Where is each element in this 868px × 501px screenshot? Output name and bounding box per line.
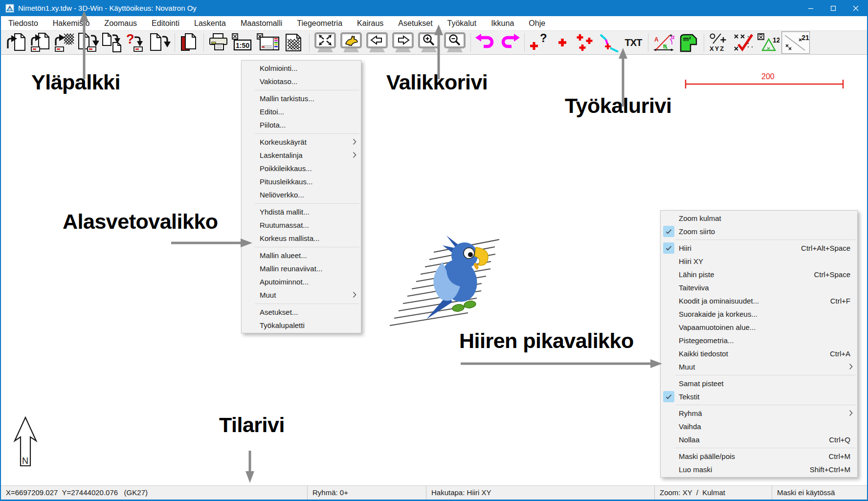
save-file-format-button[interactable] [77,31,99,54]
svg-text:1:50: 1:50 [236,42,249,49]
menu-item-editointi[interactable]: Editointi [144,16,187,30]
context-item-hiiri[interactable]: HiiriCtrl+Alt+Space [661,241,857,255]
status-zoom-mode: Zoom: XY / Kulmat [655,486,772,500]
zoom-in-button[interactable] [417,31,441,54]
menu-item-kairaus[interactable]: Kairaus [350,16,391,30]
svg-text:200: 200 [761,72,775,81]
add-point-button[interactable] [552,31,573,54]
context-item-vapaamuotoinen[interactable]: Vapaamuotoinen alue... [661,321,857,334]
context-item-samat-pisteet[interactable]: Samat pisteet [661,377,857,390]
dropdown-item-tyokalupaletti[interactable]: Työkalupaletti [242,319,361,332]
approve-points-button[interactable] [732,31,755,54]
dropdown-item-muut[interactable]: Muut [242,288,361,302]
dropdown-item-editoi[interactable]: Editoi... [242,105,361,118]
zoom-next-icon [391,32,415,53]
context-item-zoom-siirto[interactable]: Zoom siirto [661,225,857,238]
context-item-muut[interactable]: Muut [661,360,857,373]
svg-text:m²: m² [683,35,691,43]
context-item-koodit[interactable]: Koodit ja ominaisuudet...Ctrl+F [661,294,857,307]
menu-item-tyokalut[interactable]: Työkalut [440,16,484,30]
context-item-suorakaide[interactable]: Suorakaide ja korkeus... [661,307,857,321]
add-points-button[interactable] [574,31,597,54]
save-file-button[interactable] [149,31,171,54]
print-button[interactable] [207,31,229,54]
context-item-nollaa[interactable]: NollaaCtrl+Q [661,433,857,446]
context-item-luo-maski[interactable]: Luo maskiShift+Ctrl+M [661,463,857,476]
save-file-query-button[interactable]: ? [125,31,147,54]
menu-item-laskenta[interactable]: Laskenta [187,16,233,30]
triangle-count-button[interactable]: 12 [757,31,780,54]
context-item-zoom-kulmat[interactable]: Zoom kulmat [661,212,857,225]
open-file-format-button[interactable] [29,31,51,54]
svg-text:TXT: TXT [625,37,643,48]
minimize-button[interactable] [800,0,822,16]
dropdown-item-asetukset[interactable]: Asetukset... [242,305,361,319]
menu-item-hakemisto[interactable]: Hakemisto [45,16,97,30]
dropdown-item-nelioverkko[interactable]: Neliöverkko... [242,188,361,201]
shortcut-label: Ctrl+Q [829,433,850,446]
dropdown-item-pituusleikkaus[interactable]: Pituusleikkaus... [242,175,361,188]
zoom-out-button[interactable] [443,31,467,54]
dropdown-item-piilota[interactable]: Piilota... [242,118,361,131]
save-file-as-button[interactable] [101,31,123,54]
maximize-button[interactable] [822,0,845,16]
menu-item-zoomaus[interactable]: Zoomaus [97,16,144,30]
zoom-extents-button[interactable] [313,31,337,54]
copy-pages-button[interactable] [178,31,200,54]
menu-item-tiedosto[interactable]: Tiedosto [1,16,45,30]
save-file-format-icon [77,33,99,52]
menu-item-asetukset[interactable]: Asetukset [391,16,440,30]
check-icon [663,242,674,254]
measure-ang le-button[interactable]: ABα [652,31,675,54]
menu-bar: Tiedosto Hakemisto Zoomaus Editointi Las… [1,16,867,30]
menu-item-maastomalli[interactable]: Maastomalli [233,16,289,30]
menu-item-tiegeometria[interactable]: Tiegeometria [289,16,350,30]
context-item-tekstit[interactable]: Tekstit [661,390,857,403]
zoom-bird-button[interactable] [339,31,363,54]
context-item-hiiri-xy[interactable]: Hiiri XY [661,255,857,268]
context-item-vaihda[interactable]: Vaihda [661,420,857,433]
hatch-page-button[interactable] [282,31,306,54]
dropdown-item-vakiotaso[interactable]: Vakiotaso... [242,75,361,88]
draw-line-button[interactable] [598,31,621,54]
zoom-out-icon [443,32,467,53]
dropdown-item-korkeus-mallista[interactable]: Korkeus mallista... [242,232,361,245]
zoom-next-button[interactable] [391,31,415,54]
undo-button[interactable] [474,31,497,54]
dropdown-item-kolmiointi[interactable]: Kolmiointi... [242,62,361,75]
context-item-ryhma[interactable]: Ryhmä [661,407,857,420]
coordinate-calc-button[interactable]: XYZ [708,31,730,54]
window-settings-button[interactable] [255,31,281,54]
context-item-taiteviiva[interactable]: Taiteviiva [661,281,857,294]
dropdown-item-yhdista-mallit[interactable]: Yhdistä mallit... [242,205,361,218]
dropdown-item-ruutumassat[interactable]: Ruutumassat... [242,218,361,232]
dropdown-item-mallin-alueet[interactable]: Mallin alueet... [242,249,361,262]
measure-area-button[interactable]: m² [677,31,700,54]
status-coordinates: X=6697209.027 Y=27444020.076 (GK27) [1,486,308,500]
submenu-arrow-icon [353,138,356,145]
point-search-button[interactable]: ? [528,31,551,54]
dropdown-item-mallin-tarkistus[interactable]: Mallin tarkistus... [242,92,361,105]
open-file-button[interactable] [5,31,27,54]
dropdown-item-laskentalinja[interactable]: Laskentalinja [242,149,361,162]
context-item-maski-paalle-pois[interactable]: Maski päälle/poisCtrl+M [661,450,857,463]
zoom-previous-button[interactable] [365,31,389,54]
plot-scale-button[interactable]: 1:50 [230,31,254,54]
point-numbering-button[interactable]: 21 [781,31,810,54]
point-search-icon: ? [529,33,550,52]
zoom-bird-icon [339,32,363,53]
menu-item-ikkuna[interactable]: Ikkuna [484,16,521,30]
menu-separator [675,448,856,448]
context-item-lahin-piste[interactable]: Lähin pisteCtrl+Space [661,268,857,281]
menu-item-ohje[interactable]: Ohje [521,16,553,30]
context-item-kaikki-tiedostot[interactable]: Kaikki tiedostotCtrl+A [661,347,857,360]
dropdown-item-korkeuskayrat[interactable]: Korkeuskäyrät [242,135,361,149]
add-text-button[interactable]: TXT [622,31,645,54]
open-multiple-button[interactable] [53,31,75,54]
redo-button[interactable] [498,31,521,54]
dropdown-item-poikkileikkaus[interactable]: Poikkileikkaus... [242,162,361,175]
dropdown-item-mallin-reunaviivat[interactable]: Mallin reunaviivat... [242,262,361,275]
context-item-pistegeometria[interactable]: Pistegeometria... [661,334,857,347]
close-button[interactable] [845,0,867,16]
dropdown-item-aputoiminnot[interactable]: Aputoiminnot... [242,275,361,288]
